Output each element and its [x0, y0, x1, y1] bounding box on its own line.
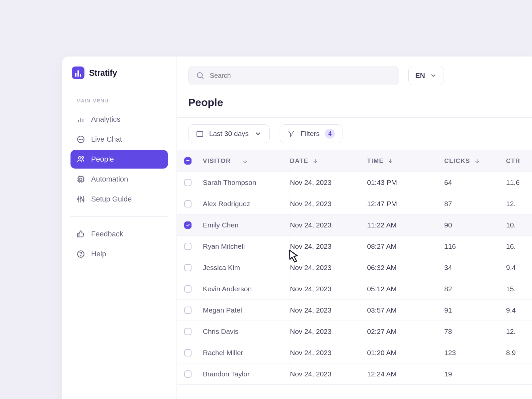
search-input-wrapper[interactable] — [188, 66, 399, 85]
cell-date: Nov 24, 2023 — [290, 370, 367, 378]
cell-clicks: 78 — [444, 328, 506, 335]
cell-time: 05:12 AM — [367, 285, 444, 293]
cell-time: 08:27 AM — [367, 242, 444, 250]
search-icon — [196, 71, 204, 80]
sort-icon — [242, 158, 248, 164]
cell-clicks: 116 — [444, 242, 506, 250]
people-icon — [76, 155, 85, 164]
column-header-clicks[interactable]: CLICKS — [444, 157, 506, 165]
cell-clicks: 64 — [444, 179, 506, 187]
svg-point-10 — [82, 199, 84, 200]
chevron-down-icon — [254, 130, 262, 138]
row-checkbox[interactable] — [184, 243, 192, 250]
cell-date: Nov 24, 2023 — [290, 328, 367, 335]
sidebar-item-label: People — [91, 155, 114, 164]
cell-clicks: 91 — [444, 306, 506, 314]
row-checkbox[interactable] — [184, 349, 192, 356]
cell-date: Nov 24, 2023 — [290, 285, 367, 293]
cell-clicks: 19 — [444, 370, 506, 378]
svg-rect-6 — [78, 177, 83, 182]
svg-point-13 — [197, 72, 202, 77]
page-title: People — [177, 94, 532, 117]
sidebar-item-analytics[interactable]: Analytics — [70, 110, 168, 129]
table-row[interactable]: Rachel Miller Nov 24, 2023 01:20 AM 123 … — [177, 342, 532, 363]
column-header-date[interactable]: DATE — [290, 157, 367, 165]
calendar-icon — [196, 130, 204, 138]
svg-point-12 — [80, 256, 81, 256]
sidebar-item-livechat[interactable]: Live Chat — [70, 130, 168, 149]
table-row[interactable]: Chris Davis Nov 24, 2023 02:27 AM 78 12. — [177, 321, 532, 342]
sliders-icon — [76, 195, 85, 203]
main-content: EN People Last 30 days Filters 4 VISI — [177, 57, 532, 399]
menu-section-label: MAIN MENU — [70, 98, 168, 103]
cell-date: Nov 24, 2023 — [290, 200, 367, 208]
brand: Stratify — [70, 66, 168, 79]
language-selector[interactable]: EN — [408, 66, 444, 85]
row-checkbox[interactable] — [184, 307, 192, 314]
date-range-label: Last 30 days — [209, 130, 249, 138]
column-header-ctr[interactable]: CTR — [506, 157, 532, 165]
svg-rect-14 — [197, 131, 203, 137]
sidebar-item-automation[interactable]: Automation — [70, 170, 168, 189]
visitor-name: Rachel Miller — [203, 349, 243, 357]
row-checkbox[interactable] — [184, 200, 192, 207]
table-row[interactable]: Sarah Thompson Nov 24, 2023 01:43 PM 64 … — [177, 172, 532, 193]
filter-icon — [287, 130, 295, 138]
table-row[interactable]: Kevin Anderson Nov 24, 2023 05:12 AM 82 … — [177, 278, 532, 300]
cell-time: 06:32 AM — [367, 264, 444, 272]
cell-time: 12:47 PM — [367, 200, 444, 208]
svg-point-8 — [77, 199, 79, 200]
table-row[interactable]: Jessica Kim Nov 24, 2023 06:32 AM 34 9.4 — [177, 257, 532, 278]
table-row[interactable]: Megan Patel Nov 24, 2023 03:57 AM 91 9.4 — [177, 300, 532, 321]
row-checkbox[interactable] — [184, 285, 192, 293]
language-code: EN — [415, 71, 425, 79]
sidebar-item-label: Feedback — [91, 230, 123, 238]
row-checkbox[interactable] — [184, 370, 192, 378]
column-header-visitor[interactable]: VISITOR — [177, 157, 290, 165]
select-all-checkbox[interactable] — [184, 157, 192, 165]
column-header-time[interactable]: TIME — [367, 157, 444, 165]
visitor-name: Kevin Anderson — [203, 285, 252, 293]
pointer-cursor-icon — [283, 246, 304, 269]
chat-icon — [76, 135, 85, 144]
visitor-name: Megan Patel — [203, 306, 242, 314]
sidebar: Stratify MAIN MENU Analytics Live Chat P… — [62, 57, 177, 399]
row-checkbox[interactable] — [184, 328, 192, 335]
cell-clicks: 82 — [444, 285, 506, 293]
automation-icon — [76, 175, 85, 184]
filters-button[interactable]: Filters 4 — [280, 124, 342, 143]
sort-icon — [312, 158, 318, 164]
sidebar-item-label: Live Chat — [91, 135, 122, 144]
analytics-icon — [76, 115, 85, 124]
cell-ctr: 9.4 — [506, 306, 532, 314]
visitor-name: Jessica Kim — [203, 264, 240, 272]
sidebar-item-help[interactable]: Help — [70, 245, 168, 263]
thumbs-up-icon — [76, 230, 85, 238]
cell-ctr: 11.6 — [506, 179, 532, 187]
sidebar-item-feedback[interactable]: Feedback — [70, 225, 168, 243]
cell-date: Nov 24, 2023 — [290, 306, 367, 314]
main-nav: Analytics Live Chat People Automation Se… — [70, 110, 168, 208]
sidebar-item-people[interactable]: People — [70, 150, 168, 169]
date-range-picker[interactable]: Last 30 days — [188, 124, 270, 143]
chevron-down-icon — [430, 72, 437, 79]
table-row[interactable]: Alex Rodriguez Nov 24, 2023 12:47 PM 87 … — [177, 193, 532, 214]
row-checkbox[interactable] — [184, 179, 192, 186]
table-row[interactable]: Brandon Taylor Nov 24, 2023 12:24 AM 19 — [177, 363, 532, 385]
sidebar-item-label: Automation — [91, 175, 128, 184]
svg-point-2 — [80, 139, 81, 140]
filters-count-badge: 4 — [325, 129, 335, 139]
cell-ctr: 15. — [506, 285, 532, 293]
app-window: Stratify MAIN MENU Analytics Live Chat P… — [62, 57, 532, 399]
row-checkbox[interactable] — [184, 264, 192, 271]
search-input[interactable] — [210, 72, 391, 79]
cell-date: Nov 24, 2023 — [290, 221, 367, 229]
visitor-name: Brandon Taylor — [203, 370, 250, 378]
table-row[interactable]: Emily Chen Nov 24, 2023 11:22 AM 90 10. — [177, 214, 532, 236]
visitor-name: Chris Davis — [203, 328, 238, 335]
sidebar-item-setup[interactable]: Setup Guide — [70, 190, 168, 208]
table-row[interactable]: Ryan Mitchell Nov 24, 2023 08:27 AM 116 … — [177, 236, 532, 257]
table-body: Sarah Thompson Nov 24, 2023 01:43 PM 64 … — [177, 172, 532, 385]
row-checkbox[interactable] — [184, 221, 192, 229]
cell-clicks: 34 — [444, 264, 506, 272]
